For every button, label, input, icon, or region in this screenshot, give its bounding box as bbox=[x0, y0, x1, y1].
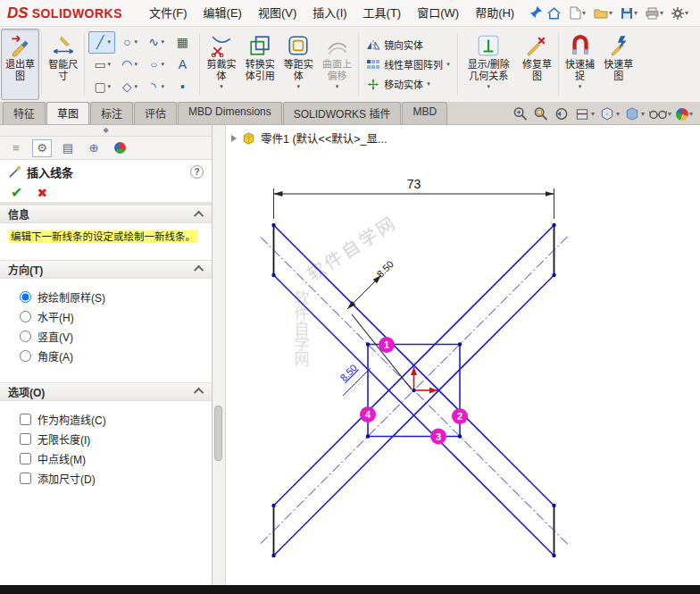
exit-sketch-button[interactable]: 退出草图 bbox=[1, 29, 39, 100]
graphics-area[interactable]: 零件1 (默认<<默认>_显... 软件自学网软件自学网 1234 738.50… bbox=[226, 125, 700, 585]
sketch-point[interactable] bbox=[271, 223, 275, 227]
spline-tool[interactable]: ∿▾ bbox=[142, 31, 169, 54]
option-checkbox-3[interactable]: 添加尺寸(D) bbox=[20, 471, 204, 486]
convert-entities-button[interactable]: 转换实体引用 bbox=[241, 29, 279, 100]
tab-6[interactable]: MBD bbox=[402, 102, 447, 124]
point-tool[interactable]: • bbox=[169, 76, 196, 98]
property-manager-tab[interactable]: ⚙ bbox=[32, 139, 52, 157]
tab-1[interactable]: 草图 bbox=[46, 102, 89, 124]
checkbox-input[interactable] bbox=[20, 473, 31, 484]
sketch-point[interactable] bbox=[412, 389, 415, 392]
caret-icon[interactable]: ▾ bbox=[609, 9, 612, 17]
display-style-icon[interactable]: ▾ bbox=[624, 106, 645, 121]
sketch-point[interactable] bbox=[552, 504, 555, 507]
new-document-button[interactable]: ▾ bbox=[567, 4, 588, 21]
panel-scrollbar[interactable] bbox=[212, 125, 226, 585]
dimension-text[interactable]: 73 bbox=[407, 177, 421, 191]
orientation-option-3[interactable]: 角度(A) bbox=[20, 348, 204, 364]
caret-icon[interactable]: ▾ bbox=[591, 110, 595, 118]
checkbox-input[interactable] bbox=[20, 433, 31, 445]
home-button[interactable] bbox=[544, 4, 564, 22]
dimension-text[interactable]: 8.50 bbox=[374, 258, 396, 280]
menu-item-3[interactable]: 插入(I) bbox=[304, 1, 354, 26]
linear-pattern-button[interactable]: 线性草图阵列 ▾ bbox=[364, 56, 452, 72]
sketch-point[interactable] bbox=[366, 342, 370, 346]
option-checkbox-1[interactable]: 无限长度(I) bbox=[20, 431, 204, 447]
orientation-option-0[interactable]: 按绘制原样(S) bbox=[20, 289, 204, 305]
message-section-header[interactable]: 信息 bbox=[0, 205, 212, 223]
radio-input[interactable] bbox=[20, 330, 31, 342]
repair-sketch-button[interactable]: 修复草图 bbox=[518, 29, 556, 100]
caret-icon[interactable]: ▾ bbox=[220, 83, 223, 89]
caret-icon[interactable]: ▾ bbox=[162, 38, 165, 46]
sketch-point[interactable] bbox=[271, 554, 275, 557]
caret-icon[interactable]: ▾ bbox=[427, 80, 430, 88]
smart-dimension-button[interactable]: 智能尺寸 bbox=[44, 29, 82, 100]
caret-icon[interactable]: ▾ bbox=[162, 61, 165, 68]
section-view-icon[interactable]: ▾ bbox=[574, 106, 595, 121]
trim-entities-button[interactable]: 剪裁实体 ▾ bbox=[202, 29, 240, 100]
tab-0[interactable]: 特征 bbox=[3, 102, 46, 124]
sketch-point[interactable] bbox=[271, 504, 275, 507]
caret-icon[interactable]: ▾ bbox=[660, 9, 663, 17]
tab-4[interactable]: MBD Dimensions bbox=[178, 102, 282, 124]
rapid-sketch-button[interactable]: 快速草图 bbox=[599, 29, 638, 100]
caret-icon[interactable]: ▾ bbox=[634, 9, 638, 17]
caret-icon[interactable]: ▾ bbox=[685, 9, 688, 17]
scrollbar-thumb[interactable] bbox=[214, 406, 222, 461]
feature-tree-tab[interactable]: ≡ bbox=[6, 139, 26, 157]
view-orientation-icon[interactable]: ▾ bbox=[599, 106, 620, 121]
open-button[interactable]: ▾ bbox=[591, 5, 615, 21]
help-icon[interactable]: ? bbox=[190, 165, 204, 179]
caret-icon[interactable]: ▾ bbox=[135, 83, 138, 90]
hide-show-items-icon[interactable]: ▾ bbox=[649, 107, 671, 121]
option-checkbox-2[interactable]: 中点线(M) bbox=[20, 451, 204, 466]
dimxpert-manager-tab[interactable]: ⊕ bbox=[84, 139, 104, 157]
caret-icon[interactable]: ▾ bbox=[668, 110, 671, 118]
menu-item-4[interactable]: 工具(T) bbox=[355, 1, 410, 26]
zoom-area-icon[interactable] bbox=[533, 106, 549, 121]
menu-item-5[interactable]: 窗口(W) bbox=[409, 1, 467, 26]
caret-icon[interactable]: ▾ bbox=[162, 83, 165, 90]
expand-triangle-icon[interactable] bbox=[231, 135, 237, 142]
ellipse-tool[interactable]: ○▾ bbox=[142, 54, 169, 76]
checkbox-input[interactable] bbox=[20, 414, 31, 425]
circle-tool[interactable]: ○▾ bbox=[115, 31, 142, 54]
offset-entities-button[interactable]: 等距实体 ▾ bbox=[279, 29, 318, 100]
caret-icon[interactable]: ▾ bbox=[582, 9, 586, 17]
options-section-header[interactable]: 选项(O) bbox=[0, 382, 212, 401]
orientation-option-1[interactable]: 水平(H) bbox=[20, 309, 204, 324]
line-tool[interactable]: ╱▾ bbox=[88, 31, 115, 54]
checkbox-input[interactable] bbox=[20, 453, 31, 464]
display-delete-relations-button[interactable]: 显示/删除几何关系 ▾ bbox=[460, 29, 518, 100]
caret-icon[interactable]: ▾ bbox=[446, 61, 450, 68]
tab-3[interactable]: 评估 bbox=[134, 102, 177, 124]
cancel-button[interactable]: ✖ bbox=[37, 186, 47, 200]
feature-tree-flyout[interactable]: 零件1 (默认<<默认>_显... bbox=[231, 130, 387, 146]
caret-icon[interactable]: ▾ bbox=[108, 83, 112, 90]
save-button[interactable]: ▾ bbox=[618, 5, 640, 21]
option-checkbox-0[interactable]: 作为构造线(C) bbox=[20, 412, 204, 427]
sketch-pattern-tool[interactable]: ▦ bbox=[169, 31, 196, 54]
rectangle-tool[interactable]: ▭▾ bbox=[88, 54, 115, 76]
dimension-text[interactable]: 8.50 bbox=[338, 362, 359, 383]
sketch-point[interactable] bbox=[271, 273, 275, 277]
caret-icon[interactable]: ▾ bbox=[641, 110, 645, 118]
text-tool[interactable]: A bbox=[169, 54, 196, 76]
sketch-point[interactable] bbox=[552, 223, 555, 227]
slot-tool[interactable]: ▢▾ bbox=[88, 76, 115, 98]
caret-icon[interactable]: ▾ bbox=[108, 38, 112, 46]
sketch-line[interactable] bbox=[347, 275, 381, 309]
caret-icon[interactable]: ▾ bbox=[297, 83, 301, 89]
sketch-point[interactable] bbox=[458, 434, 462, 438]
configuration-manager-tab[interactable]: ▤ bbox=[58, 139, 78, 157]
caret-icon[interactable]: ▾ bbox=[336, 83, 339, 89]
previous-view-icon[interactable] bbox=[554, 106, 570, 121]
zoom-fit-icon[interactable] bbox=[512, 106, 529, 121]
options-button[interactable]: ▾ bbox=[669, 5, 691, 21]
radio-input[interactable] bbox=[20, 311, 31, 322]
panel-splitter-handle[interactable]: ◆ bbox=[0, 125, 212, 137]
caret-icon[interactable]: ▾ bbox=[135, 61, 138, 68]
caret-icon[interactable]: ▾ bbox=[689, 110, 693, 118]
menu-item-6[interactable]: 帮助(H) bbox=[467, 1, 522, 26]
